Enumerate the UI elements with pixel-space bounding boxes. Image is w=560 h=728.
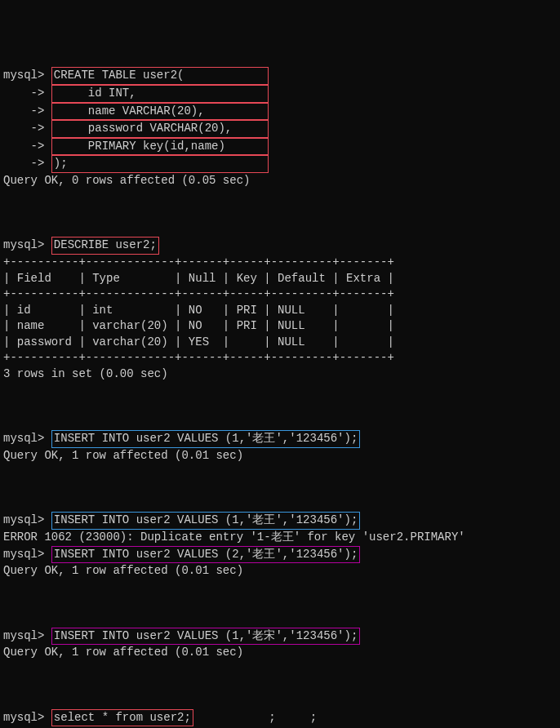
create-table-box: password VARCHAR(20), — [51, 120, 269, 138]
empty — [3, 677, 557, 693]
create-table-box: name VARCHAR(20), — [51, 103, 269, 121]
create-table-box: id INT, — [51, 85, 269, 103]
insert4-result: Query OK, 1 row affected (0.01 sec) — [3, 645, 557, 661]
create-table-box: ); — [51, 155, 269, 173]
create-line-5: -> PRIMARY key(id,name) — [3, 138, 557, 156]
insert3-line: mysql> INSERT INTO user2 VALUES (2,'老王',… — [3, 546, 557, 564]
describe-line: mysql> DESCRIBE user2; — [3, 237, 557, 255]
insert3-result: Query OK, 1 row affected (0.01 sec) — [3, 563, 557, 579]
insert1-result: Query OK, 1 row affected (0.01 sec) — [3, 448, 557, 464]
create-table-box: CREATE TABLE user2( — [51, 67, 269, 85]
desc-table-hdr: | Field | Type | Null | Key | Default | … — [3, 271, 557, 287]
insert1-line: mysql> INSERT INTO user2 VALUES (1,'老王',… — [3, 430, 557, 448]
create-line-1: mysql> CREATE TABLE user2( — [3, 67, 557, 85]
describe-box: DESCRIBE user2; — [51, 237, 159, 255]
select-box: select * from user2; — [51, 709, 193, 727]
insert2-line: mysql> INSERT INTO user2 VALUES (1,'老王',… — [3, 512, 557, 530]
create-line-6: -> ); — [3, 155, 557, 173]
empty — [3, 205, 557, 221]
insert1-box: INSERT INTO user2 VALUES (1,'老王','123456… — [51, 430, 360, 448]
desc-table-sep: +----------+-------------+------+-----+-… — [3, 255, 557, 271]
create-line-2: -> id INT, — [3, 85, 557, 103]
desc-result: 3 rows in set (0.00 sec) — [3, 366, 557, 383]
insert4-line: mysql> INSERT INTO user2 VALUES (1,'老宋',… — [3, 628, 557, 646]
desc-table-sep: +----------+-------------+------+-----+-… — [3, 350, 557, 366]
empty — [3, 398, 557, 415]
insert3-box: INSERT INTO user2 VALUES (2,'老王','123456… — [51, 546, 360, 564]
desc-table-sep: +----------+-------------+------+-----+-… — [3, 286, 557, 303]
create-line-3: -> name VARCHAR(20), — [3, 103, 557, 121]
insert2-error: ERROR 1062 (23000): Duplicate entry '1-老… — [3, 530, 557, 546]
empty — [3, 480, 557, 496]
create-table-box: PRIMARY key(id,name) — [51, 138, 269, 156]
create-result: Query OK, 0 rows affected (0.05 sec) — [3, 173, 557, 189]
desc-table-row: | password | varchar(20) | YES | | NULL … — [3, 335, 557, 351]
desc-table-row: | name | varchar(20) | NO | PRI | NULL |… — [3, 318, 557, 335]
insert2-box: INSERT INTO user2 VALUES (1,'老王','123456… — [51, 512, 360, 530]
create-line-4: -> password VARCHAR(20), — [3, 120, 557, 138]
empty — [3, 595, 557, 611]
desc-table-row: | id | int | NO | PRI | NULL | | — [3, 303, 557, 319]
select-line: mysql> select * from user2; ; ; — [3, 709, 557, 727]
insert4-box: INSERT INTO user2 VALUES (1,'老宋','123456… — [51, 628, 360, 646]
